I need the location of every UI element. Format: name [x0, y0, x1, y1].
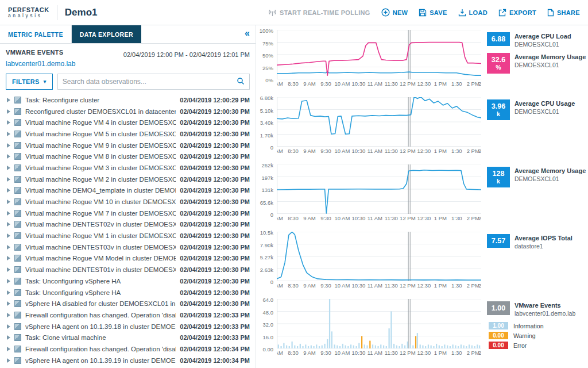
event-row[interactable]: Virtual machine Rogue VM 8 in cluster DE… [0, 151, 256, 162]
expand-triangle-icon[interactable] [7, 256, 10, 260]
expand-triangle-icon[interactable] [7, 358, 10, 363]
chart-plot-iops-total[interactable]: 8 AM8:309 AM9:3010 AM10:3011 AM11:3012 P… [277, 232, 481, 299]
load-button[interactable]: LOAD [458, 9, 488, 17]
expand-triangle-icon[interactable] [7, 301, 10, 306]
event-row[interactable]: Virtual machine Rogue VM 1 in cluster DE… [0, 230, 256, 241]
x-tick-label: 10:30 [352, 282, 366, 289]
vmware-event-icon [14, 278, 21, 285]
event-row[interactable]: Task: Reconfigure cluster02/04/2019 12:0… [0, 94, 256, 106]
expand-triangle-icon[interactable] [7, 222, 10, 227]
vmware-events-svg[interactable] [277, 299, 481, 348]
event-row[interactable]: Task: Clone virtual machine02/04/2019 12… [0, 332, 256, 343]
iops-total-svg[interactable] [277, 232, 481, 281]
x-tick-label: 11:30 [385, 215, 398, 221]
save-button[interactable]: SAVE [419, 9, 447, 17]
x-tick-label: 11:30 [385, 350, 398, 356]
x-tick-label: 11 AM [368, 350, 382, 356]
x-tick-label: 10 AM [334, 282, 350, 289]
expand-triangle-icon[interactable] [7, 324, 10, 329]
event-timestamp: 02/04/2019 12:00:34 PM [180, 357, 250, 364]
new-button[interactable]: NEW [381, 8, 408, 17]
event-row[interactable]: Firewall configuration has changed. Oper… [0, 343, 256, 355]
export-button[interactable]: EXPORT [498, 9, 536, 17]
event-text: Task: Reconfigure cluster [25, 97, 176, 103]
entity-link[interactable]: labvcenter01.demo.lab [0, 59, 81, 72]
mini-value-badge: 1.00 [489, 322, 508, 329]
share-button[interactable]: SHARE [547, 9, 580, 17]
event-row[interactable]: Virtual machine Rogue VM Model in cluste… [0, 253, 256, 264]
toolbar: START REAL-TIME POLLING NEW SAVE LOAD [268, 8, 580, 17]
tab-data-explorer[interactable]: DATA EXPLORER [72, 25, 141, 43]
collapse-panel-icon[interactable]: « [245, 28, 250, 39]
vmware-event-icon [14, 334, 21, 341]
cpu-load-memory-percent-svg[interactable] [277, 30, 481, 79]
event-row[interactable]: Virtual machine DENTEST03v in cluster DE… [0, 241, 256, 253]
event-row[interactable]: Virtual machine Rogue VM 7 in cluster DE… [0, 208, 256, 219]
expand-triangle-icon[interactable] [7, 166, 10, 170]
expand-triangle-icon[interactable] [7, 154, 10, 159]
event-row[interactable]: Task: Unconfiguring vSphere HA02/04/2019… [0, 287, 256, 298]
event-row[interactable]: vSphere HA disabled for cluster DEMOESXC… [0, 298, 256, 309]
page-title: Demo1 [65, 7, 98, 18]
expand-triangle-icon[interactable] [7, 313, 10, 317]
memory-usage-svg[interactable] [277, 164, 481, 214]
expand-triangle-icon[interactable] [7, 290, 10, 295]
search-input[interactable] [58, 78, 232, 86]
y-axis: 64.048.032.016.00.00 [257, 299, 277, 366]
expand-triangle-icon[interactable] [7, 267, 10, 272]
expand-triangle-icon[interactable] [7, 109, 10, 114]
event-row[interactable]: Virtual machine DENTEST01v in cluster DE… [0, 264, 256, 275]
plus-circle-icon [381, 8, 390, 17]
event-row[interactable]: Task: Unconfiguring vSphere HA02/04/2019… [0, 275, 256, 287]
expand-triangle-icon[interactable] [7, 98, 10, 102]
x-tick-label: 9:30 [320, 282, 331, 289]
x-tick-label: 10:30 [352, 148, 366, 154]
tab-metric-palette[interactable]: METRIC PALETTE [0, 25, 72, 43]
expand-triangle-icon[interactable] [7, 233, 10, 238]
chart-plot-memory-usage[interactable]: 8 AM8:309 AM9:3010 AM10:3011 AM11:3012 P… [277, 164, 481, 232]
event-row[interactable]: Virtual machine Rogue VM 4 in cluster DE… [0, 117, 256, 128]
x-tick-label: 1:30 [451, 80, 462, 87]
expand-triangle-icon[interactable] [7, 143, 10, 148]
chart-row-iops-total: 10.5k7.90k5.27k2.63k08 AM8:309 AM9:3010 … [257, 232, 588, 299]
event-row[interactable]: Virtual machine DENTEST02v in cluster DE… [0, 219, 256, 231]
x-axis: 8 AM8:309 AM9:3010 AM10:3011 AM11:3012 P… [277, 214, 481, 223]
event-row[interactable]: Reconfigured cluster DEMOESXCL01 in data… [0, 106, 256, 117]
chart-plot-vmware-events[interactable]: 8 AM8:309 AM9:3010 AM10:3011 AM11:3012 P… [277, 299, 481, 366]
chart-legend: 3.96kAverage CPU UsageDEMOESXCL01 [481, 97, 588, 164]
event-row[interactable]: Virtual machine DEMO4_template in cluste… [0, 185, 256, 197]
event-row[interactable]: Virtual machine Rogue VM 5 in cluster DE… [0, 128, 256, 140]
start-realtime-polling-button[interactable]: START REAL-TIME POLLING [268, 9, 370, 17]
event-row[interactable]: vSphere HA agent on 10.1.39.18 in cluste… [0, 321, 256, 332]
expand-triangle-icon[interactable] [7, 211, 10, 216]
chart-plot-cpu-load-memory-percent[interactable]: 8 AM8:309 AM9:3010 AM10:3011 AM11:3012 P… [277, 30, 481, 97]
expand-triangle-icon[interactable] [7, 347, 10, 351]
event-row[interactable]: Virtual machine Rogue VM 2 in cluster DE… [0, 174, 256, 185]
y-tick-label: 75% [262, 40, 273, 47]
vmware-event-icon [14, 300, 21, 307]
expand-triangle-icon[interactable] [7, 188, 10, 193]
expand-triangle-icon[interactable] [7, 335, 10, 340]
expand-triangle-icon[interactable] [7, 200, 10, 204]
event-row[interactable]: Virtual machine Rogue VM 10 in cluster D… [0, 196, 256, 208]
event-row[interactable]: Virtual machine Rogue VM 9 in cluster DE… [0, 140, 256, 151]
perfstack-logo: PERFSTACK analysis [8, 6, 49, 18]
event-row[interactable]: vSphere HA agent on 10.1.39.19 in cluste… [0, 355, 256, 366]
event-row[interactable]: Task: Clone virtual machine02/04/2019 12… [0, 366, 256, 368]
event-row[interactable]: Virtual machine Rogue VM 3 in cluster DE… [0, 162, 256, 174]
chart-plot-cpu-usage[interactable]: 8 AM8:309 AM9:3010 AM10:3011 AM11:3012 P… [277, 97, 481, 164]
cpu-usage-svg[interactable] [277, 97, 481, 147]
expand-triangle-icon[interactable] [7, 177, 10, 182]
x-tick-label: 2 PM [467, 148, 479, 154]
event-timestamp: 02/04/2019 12:00:30 PM [180, 221, 250, 228]
y-axis: 10.5k7.90k5.27k2.63k0 [257, 232, 277, 299]
expand-triangle-icon[interactable] [7, 120, 10, 125]
event-text: Virtual machine Rogue VM 5 in cluster DE… [25, 131, 176, 137]
expand-triangle-icon[interactable] [7, 245, 10, 250]
expand-triangle-icon[interactable] [7, 132, 10, 136]
event-text: Task: Clone virtual machine [25, 334, 176, 341]
filters-button[interactable]: FILTERS ▾ [6, 74, 53, 90]
event-row[interactable]: Firewall configuration has changed. Oper… [0, 309, 256, 321]
expand-triangle-icon[interactable] [7, 279, 10, 283]
search-button[interactable] [232, 74, 249, 89]
